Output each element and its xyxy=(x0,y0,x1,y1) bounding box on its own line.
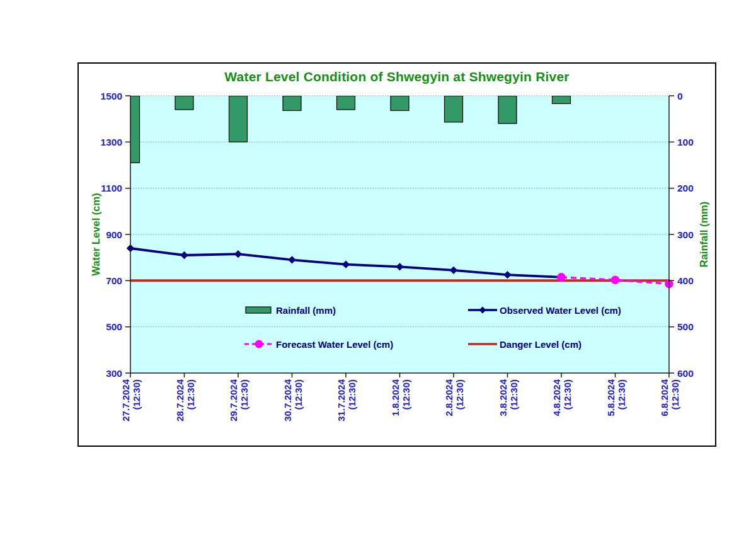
x-axis-time-label: (12:30) xyxy=(454,379,465,410)
legend-item-danger: Danger Level (cm) xyxy=(468,338,581,350)
right-axis-tick-label: 300 xyxy=(677,229,694,240)
x-axis-date-label: 6.8.2024 xyxy=(659,379,670,416)
forecast-point xyxy=(611,275,620,284)
x-axis-date-label: 30.7.2024 xyxy=(282,379,293,421)
x-axis-time-label: (12:30) xyxy=(401,379,411,410)
right-axis-tick-label: 500 xyxy=(677,321,694,332)
right-axis-tick-label: 200 xyxy=(677,183,694,193)
right-axis-tick-label: 0 xyxy=(677,91,683,101)
x-axis-date-label: 27.7.2024 xyxy=(120,379,131,421)
legend-label-forecast: Forecast Water Level (cm) xyxy=(276,339,393,350)
right-axis-tick-label: 400 xyxy=(677,275,694,286)
legend-label-observed: Observed Water Level (cm) xyxy=(500,305,621,316)
forecast-point xyxy=(557,273,566,282)
legend-item-forecast: Forecast Water Level (cm) xyxy=(244,338,393,350)
left-axis-tick-label: 1100 xyxy=(101,183,122,193)
x-axis-time-label: (12:30) xyxy=(670,379,680,410)
legend-label-danger: Danger Level (cm) xyxy=(500,339,581,350)
x-axis-time-label: (12:30) xyxy=(239,379,249,410)
legend-item-rainfall: Rainfall (mm) xyxy=(244,304,336,316)
x-axis-time-label: (12:30) xyxy=(508,379,519,410)
forecast-swatch-icon xyxy=(244,339,273,349)
x-axis-date-label: 5.8.2024 xyxy=(605,379,616,416)
rainfall-bar xyxy=(283,96,301,110)
left-axis-title: Water Level (cm) xyxy=(90,193,101,275)
rainfall-bar xyxy=(445,96,463,122)
right-axis-tick-label: 600 xyxy=(677,368,694,379)
legend-item-observed: Observed Water Level (cm) xyxy=(468,304,621,316)
rainfall-bar xyxy=(175,96,193,110)
left-axis-tick-label: 900 xyxy=(106,229,122,240)
left-axis-tick-label: 500 xyxy=(106,321,122,332)
x-axis-time-label: (12:30) xyxy=(346,379,357,410)
left-axis-tick-label: 700 xyxy=(106,275,122,286)
x-axis-time-label: (12:30) xyxy=(293,379,304,410)
rainfall-bar xyxy=(337,96,355,110)
x-axis-date-label: 29.7.2024 xyxy=(228,379,239,421)
right-axis-title: Rainfall (mm) xyxy=(698,202,709,268)
chart-plot: 1500130011009007005003000100200300400500… xyxy=(79,64,715,446)
right-axis-tick-label: 100 xyxy=(677,137,694,147)
rainfall-swatch-icon xyxy=(244,305,273,315)
rainfall-bar xyxy=(391,96,409,110)
left-axis-tick-label: 300 xyxy=(106,368,122,379)
x-axis-date-label: 28.7.2024 xyxy=(175,379,185,421)
chart-frame: Water Level Condition of Shwegyin at Shw… xyxy=(77,62,716,447)
observed-swatch-icon xyxy=(468,305,497,315)
x-axis-date-label: 2.8.2024 xyxy=(444,379,454,416)
x-axis-time-label: (12:30) xyxy=(131,379,142,410)
x-axis-date-label: 31.7.2024 xyxy=(336,379,346,421)
x-axis-time-label: (12:30) xyxy=(562,379,573,410)
x-axis-time-label: (12:30) xyxy=(185,379,196,410)
rainfall-bar xyxy=(229,96,248,142)
page: { "chart_data": { "type": "combo-bar-lin… xyxy=(0,0,756,535)
legend-label-rainfall: Rainfall (mm) xyxy=(276,305,336,316)
x-axis-date-label: 4.8.2024 xyxy=(551,379,562,416)
rainfall-bar xyxy=(498,96,517,124)
x-axis-time-label: (12:30) xyxy=(616,379,627,410)
x-axis-date-label: 3.8.2024 xyxy=(498,379,508,416)
danger-swatch-icon xyxy=(468,339,497,349)
x-axis-date-label: 1.8.2024 xyxy=(390,379,401,416)
left-axis-tick-label: 1500 xyxy=(101,91,122,101)
rainfall-bar xyxy=(553,96,571,103)
left-axis-tick-label: 1300 xyxy=(101,137,122,147)
